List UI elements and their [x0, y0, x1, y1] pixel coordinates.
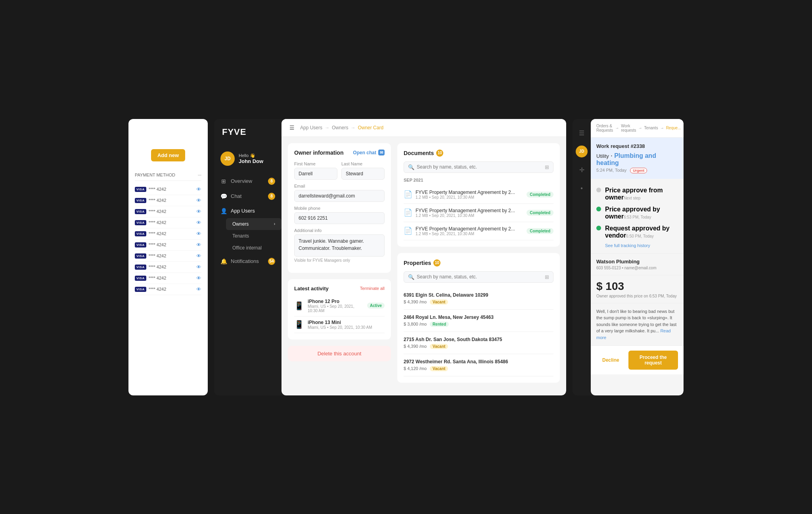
phone-value: 602 916 2251 [294, 212, 385, 224]
add-new-button[interactable]: Add new [151, 149, 185, 161]
owner-info-card: Owner information Open chat ✉ First Name… [288, 143, 391, 273]
message-section: Well, I don't like to bearing bad news b… [591, 303, 684, 346]
properties-search-input[interactable] [417, 274, 542, 280]
documents-section-label: SEP 2021 [404, 178, 553, 182]
proceed-button[interactable]: Proceed the request [628, 351, 678, 370]
visa-badge: VISA [135, 242, 146, 247]
device-list: 📱iPhone 12 ProMiami, US • Sep 20, 2021, … [294, 295, 385, 333]
see-history-link[interactable]: See full tracking history [596, 242, 678, 248]
prop-price: $ 4,390 /mo [404, 299, 427, 304]
view-icon[interactable]: 👁 [196, 275, 201, 281]
documents-card: Documents 10 🔍 ⊞ SEP 2021 📄FYVE Property… [397, 143, 560, 247]
owner-info-title: Owner information [294, 150, 343, 156]
open-chat-label: Open chat [353, 150, 376, 155]
main-content: ☰ App Users → Owners → Owner Card Owner … [282, 119, 566, 395]
tracking-section: Price approve from ownerNext stepPrice a… [591, 179, 684, 253]
prop-filter-icon[interactable]: ⊞ [545, 274, 549, 280]
email-value: darrellsteward@gmail.com [294, 190, 385, 202]
sub-nav-item-owners[interactable]: Owners› [226, 218, 282, 230]
greeting-text: Hello 👋 [239, 153, 263, 158]
nav-items: ⊞Overview8💬Chat8👤App UsersOwners›Tenants… [214, 174, 282, 269]
property-item: 2715 Ash Dr. San Jose, South Dakota 8347… [404, 332, 553, 354]
right-breadcrumb: Orders & Requests → Work requests → Tena… [591, 119, 684, 138]
doc-name: FYVE Property Management Agreement by 2.… [416, 190, 523, 195]
properties-count: 10 [433, 259, 440, 267]
doc-item: 📄FYVE Property Management Agreement by 2… [404, 204, 553, 222]
decline-button[interactable]: Decline [596, 351, 625, 370]
view-icon[interactable]: 👁 [196, 231, 201, 237]
documents-search[interactable]: 🔍 ⊞ [404, 161, 553, 173]
phone-field: Mobile phone 602 916 2251 [294, 206, 385, 224]
visa-badge: VISA [135, 265, 146, 270]
sidebar-item-app-users[interactable]: 👤App Users [214, 204, 282, 218]
sidebar-item-chat[interactable]: 💬Chat8 [214, 189, 282, 204]
view-icon[interactable]: 👁 [196, 286, 201, 292]
documents-title: Documents [404, 150, 434, 156]
properties-search[interactable]: 🔍 ⊞ [404, 271, 553, 283]
additional-value: Travel junkie. Wannabe gamer. Communicat… [294, 234, 385, 257]
middle-panel: FYVE JD Hello 👋 John Dow ⊞Overview8💬Chat… [214, 119, 566, 395]
action-buttons: Decline Proceed the request [591, 345, 684, 374]
prop-price: $ 3,800 /mo [404, 322, 427, 326]
prop-address: 6391 Elgin St. Celina, Delaware 10299 [404, 292, 553, 298]
last-name-field: Last Name Steward [341, 161, 385, 180]
sidebar-item-overview[interactable]: ⊞Overview8 [214, 174, 282, 189]
breadcrumb: ☰ App Users → Owners → Owner Card [282, 119, 566, 137]
tracking-info: Price approve from ownerNext step [605, 187, 678, 201]
device-info: iPhone 12 ProMiami, US • Sep 20, 2021, 1… [308, 299, 363, 313]
payment-rows: VISA**** 4242👁VISA**** 4242👁VISA**** 424… [135, 184, 201, 295]
card-number: **** 4242 [149, 198, 194, 203]
nav-icon: 🔔 [220, 258, 227, 265]
dot-icon: • [578, 182, 585, 194]
visa-badge: VISA [135, 198, 146, 203]
view-icon[interactable]: 👁 [196, 253, 201, 259]
terminate-all-button[interactable]: Terminate all [360, 286, 385, 291]
view-icon[interactable]: 👁 [196, 242, 201, 248]
tracking-item: Price approve from ownerNext step [596, 184, 678, 203]
doc-info: FYVE Property Management Agreement by 2.… [416, 226, 523, 236]
prop-details: $ 3,800 /moRented [404, 322, 553, 327]
view-icon[interactable]: 👁 [196, 264, 201, 270]
content-body: Owner information Open chat ✉ First Name… [282, 137, 566, 395]
view-icon[interactable]: 👁 [196, 198, 201, 203]
sub-nav-item-tenants[interactable]: Tenants [226, 230, 282, 242]
crosshair-icon[interactable]: ✛ [577, 164, 587, 176]
properties-title: Properties [404, 260, 431, 266]
payment-header: PAYMENT METHOD ··· [135, 169, 201, 181]
view-icon[interactable]: 👁 [196, 186, 201, 192]
nav-icon: 👤 [220, 208, 227, 214]
hamburger-icon[interactable]: ☰ [289, 125, 295, 131]
right-hamburger-icon[interactable]: ☰ [576, 127, 587, 139]
prop-address: 2972 Westheimer Rd. Santa Ana, Illinois … [404, 359, 553, 364]
documents-header: Documents 10 [404, 150, 553, 157]
payment-row: VISA**** 4242👁 [135, 184, 201, 195]
delete-account-button[interactable]: Delete this account [288, 346, 391, 361]
doc-icon: 📄 [404, 226, 412, 235]
visa-badge: VISA [135, 253, 146, 259]
card-number: **** 4242 [149, 265, 194, 269]
prop-price: $ 4,390 /mo [404, 344, 427, 349]
sidebar-item-notifications[interactable]: 🔔Notifications54 [214, 254, 282, 269]
view-icon[interactable]: 👁 [196, 209, 201, 215]
nav-badge: 8 [268, 193, 275, 200]
nav-label: Notifications [231, 258, 259, 264]
documents-search-input[interactable] [417, 164, 542, 170]
view-icon[interactable]: 👁 [196, 220, 201, 226]
first-name-value: Darrell [294, 168, 337, 180]
prop-status-badge: Vacant [430, 344, 448, 349]
visible-note: Visible for FYVE Managers only [294, 258, 385, 263]
right-avatar: JD [576, 146, 588, 157]
filter-icon[interactable]: ⊞ [545, 164, 549, 170]
tracking-list: Price approve from ownerNext stepPrice a… [596, 184, 678, 242]
urgent-badge: Urgent [630, 168, 647, 173]
card-number: **** 4242 [149, 220, 194, 225]
visa-badge: VISA [135, 231, 146, 236]
email-field: Email darrellsteward@gmail.com [294, 184, 385, 202]
documents-count: 10 [436, 150, 443, 157]
vendor-name: Watson Plumbing [596, 259, 678, 265]
device-item: 📱iPhone 12 ProMiami, US • Sep 20, 2021, … [294, 295, 385, 316]
right-column: Documents 10 🔍 ⊞ SEP 2021 📄FYVE Property… [397, 143, 560, 389]
open-chat-button[interactable]: Open chat ✉ [353, 150, 385, 155]
sub-nav-item-office-internal[interactable]: Office internal [226, 242, 282, 254]
doc-status-badge: Completed [527, 210, 553, 216]
